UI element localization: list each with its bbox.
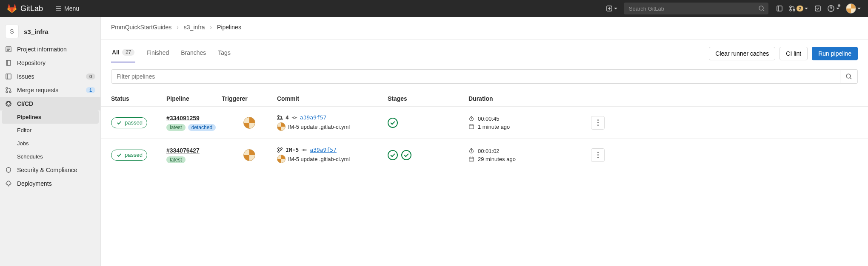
commit-message[interactable]: IM-5 update .gitlab-ci.yml bbox=[288, 124, 350, 130]
filter-search-button[interactable] bbox=[840, 69, 858, 84]
commit-author-avatar[interactable] bbox=[277, 155, 286, 163]
sidebar-item-repository[interactable]: Repository bbox=[0, 56, 100, 70]
run-pipeline-button[interactable]: Run pipeline bbox=[812, 47, 858, 60]
svg-rect-28 bbox=[469, 157, 474, 161]
tab-all[interactable]: All 27 bbox=[111, 45, 135, 62]
ci-lint-button[interactable]: CI lint bbox=[779, 47, 808, 60]
stage-passed-icon[interactable] bbox=[388, 150, 398, 160]
sidebar-item-project-info[interactable]: Project information bbox=[0, 42, 100, 56]
sidebar-label: Jobs bbox=[17, 140, 29, 147]
user-avatar-icon bbox=[846, 3, 856, 14]
pipeline-id-link[interactable]: #334091259 bbox=[166, 115, 200, 122]
issues-button[interactable] bbox=[776, 5, 783, 12]
chevron-down-icon bbox=[857, 6, 861, 11]
menu-button[interactable]: Menu bbox=[51, 3, 83, 14]
calendar-icon bbox=[468, 156, 474, 162]
breadcrumb-project[interactable]: s3_infra bbox=[184, 24, 205, 31]
sidebar-item-editor[interactable]: Editor bbox=[0, 124, 100, 137]
sidebar-label: Project information bbox=[17, 46, 67, 53]
svg-point-20 bbox=[294, 116, 295, 118]
plus-square-icon bbox=[606, 5, 613, 12]
merge-request-icon bbox=[789, 5, 796, 12]
col-triggerer: Triggerer bbox=[222, 95, 277, 102]
filter-input-wrap[interactable] bbox=[111, 69, 840, 84]
help-button[interactable] bbox=[827, 5, 840, 12]
project-context[interactable]: S s3_infra bbox=[0, 20, 100, 42]
stage-passed-icon[interactable] bbox=[388, 118, 398, 128]
merge-request-icon bbox=[5, 87, 12, 93]
brand-text: GitLab bbox=[20, 4, 43, 13]
sidebar-item-pipelines[interactable]: Pipelines bbox=[2, 110, 99, 124]
sidebar-item-cicd[interactable]: CI/CD bbox=[0, 97, 100, 110]
calendar-icon bbox=[468, 124, 474, 130]
sidebar-label: Repository bbox=[17, 59, 46, 66]
commit-message[interactable]: IM-5 update .gitlab-ci.yml bbox=[288, 156, 350, 162]
project-name: s3_infra bbox=[24, 28, 49, 35]
status-badge-passed[interactable]: passed bbox=[111, 117, 147, 128]
commit-author-avatar[interactable] bbox=[277, 122, 286, 131]
toolbar-actions: Clear runner caches CI lint Run pipeline bbox=[709, 47, 858, 60]
issues-icon bbox=[776, 5, 783, 12]
sidebar-item-jobs[interactable]: Jobs bbox=[0, 137, 100, 150]
search-box[interactable] bbox=[624, 3, 768, 14]
col-duration: Duration bbox=[468, 95, 579, 102]
finished-text: 1 minute ago bbox=[478, 124, 510, 130]
todo-button[interactable] bbox=[814, 5, 821, 12]
svg-rect-2 bbox=[777, 6, 782, 11]
sidebar-label: Editor bbox=[17, 127, 31, 133]
row-actions-button[interactable] bbox=[591, 116, 605, 130]
svg-point-1 bbox=[759, 6, 763, 10]
commit-ref[interactable]: IM-5 bbox=[286, 147, 299, 153]
search-icon bbox=[758, 5, 765, 12]
sidebar-item-deployments[interactable]: Deployments bbox=[0, 177, 100, 190]
pipelines-table: Status Pipeline Triggerer Commit Stages … bbox=[101, 89, 868, 171]
merge-request-icon bbox=[277, 115, 283, 121]
svg-point-17 bbox=[278, 115, 280, 117]
finished-text: 29 minutes ago bbox=[478, 156, 516, 162]
create-new-button[interactable] bbox=[606, 5, 618, 12]
stage-passed-icon[interactable] bbox=[401, 150, 411, 160]
tabs: All 27 Finished Branches Tags bbox=[111, 45, 231, 62]
breadcrumb-sep: › bbox=[177, 24, 179, 31]
tab-tags[interactable]: Tags bbox=[217, 45, 231, 62]
status-text: passed bbox=[125, 119, 143, 126]
clear-runner-caches-button[interactable]: Clear runner caches bbox=[709, 47, 775, 60]
pipeline-id-link[interactable]: #334076427 bbox=[166, 147, 200, 154]
sidebar-label: Deployments bbox=[17, 180, 52, 187]
merge-requests-button[interactable]: 2 bbox=[789, 5, 808, 12]
sidebar-item-merge-requests[interactable]: Merge requests 1 bbox=[0, 83, 100, 97]
notification-dot-icon bbox=[837, 4, 841, 7]
sidebar-item-issues[interactable]: Issues 0 bbox=[0, 70, 100, 83]
tab-label: Tags bbox=[218, 49, 231, 56]
mr-count-badge: 1 bbox=[86, 87, 95, 93]
sidebar-item-schedules[interactable]: Schedules bbox=[0, 150, 100, 163]
pipeline-label-latest: latest bbox=[166, 156, 186, 163]
breadcrumb-group[interactable]: PmmQuickStartGuides bbox=[111, 24, 171, 31]
svg-point-14 bbox=[9, 91, 11, 93]
triggerer-avatar[interactable] bbox=[243, 117, 255, 129]
commit-icon bbox=[291, 115, 297, 121]
topnav-right: 2 bbox=[606, 3, 861, 14]
tab-branches[interactable]: Branches bbox=[180, 45, 207, 62]
row-actions-button[interactable] bbox=[591, 148, 605, 162]
sidebar-label: Schedules bbox=[17, 153, 43, 160]
main-content: PmmQuickStartGuides › s3_infra › Pipelin… bbox=[101, 17, 868, 266]
user-menu-button[interactable] bbox=[846, 3, 861, 14]
commit-ref[interactable]: 4 bbox=[286, 114, 289, 121]
sidebar-item-security[interactable]: Security & Compliance bbox=[0, 163, 100, 177]
svg-point-4 bbox=[790, 9, 791, 11]
timer-icon bbox=[468, 116, 474, 122]
status-badge-passed[interactable]: passed bbox=[111, 150, 147, 161]
svg-point-3 bbox=[790, 6, 791, 8]
commit-sha-link[interactable]: a39a9f57 bbox=[300, 114, 327, 121]
filter-input[interactable] bbox=[117, 73, 835, 80]
project-info-icon bbox=[5, 46, 12, 53]
search-input[interactable] bbox=[627, 6, 758, 12]
sidebar-label: Issues bbox=[17, 73, 34, 80]
commit-sha-link[interactable]: a39a9f57 bbox=[310, 147, 337, 153]
triggerer-avatar[interactable] bbox=[243, 149, 255, 161]
hamburger-icon bbox=[55, 5, 62, 12]
help-icon bbox=[827, 5, 835, 12]
pipeline-label-latest: latest bbox=[166, 124, 186, 131]
tab-finished[interactable]: Finished bbox=[146, 45, 170, 62]
